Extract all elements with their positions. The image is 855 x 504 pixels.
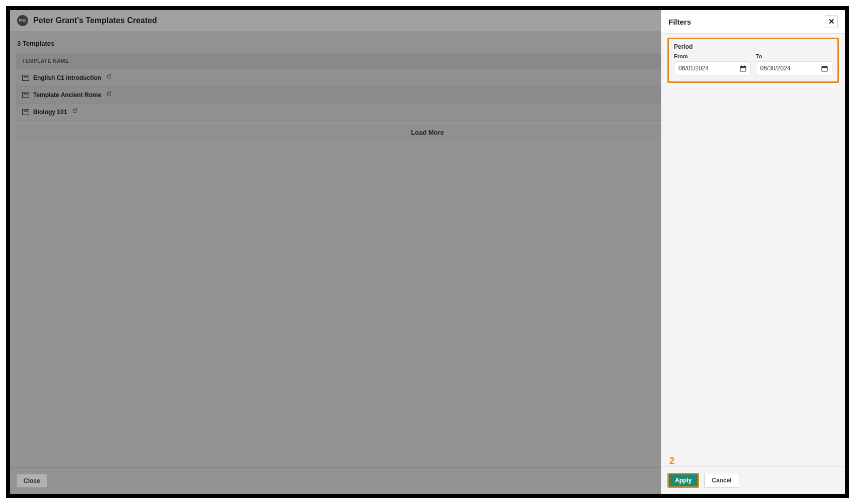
to-label: To bbox=[756, 53, 833, 59]
annotation-step-1: 1 bbox=[847, 59, 849, 69]
col-template-name[interactable]: TEMPLATE NAME bbox=[16, 53, 628, 69]
svg-rect-0 bbox=[23, 75, 29, 80]
calendar-icon bbox=[821, 65, 828, 72]
open-link-icon[interactable] bbox=[105, 73, 112, 82]
svg-rect-11 bbox=[822, 66, 827, 68]
avatar: PG bbox=[17, 15, 28, 26]
from-date-value: 06/01/2024 bbox=[678, 65, 709, 72]
template-name: English C1 introduction bbox=[33, 74, 101, 81]
to-date-input[interactable]: 06/30/2024 bbox=[756, 61, 833, 75]
annotation-step-2: 2 bbox=[669, 456, 674, 466]
filters-panel: Filters ✕ Period From 06/01/2024 bbox=[661, 10, 845, 494]
svg-rect-12 bbox=[823, 65, 823, 67]
from-date-input[interactable]: 06/01/2024 bbox=[674, 61, 751, 75]
template-name: Biology 101 bbox=[33, 109, 67, 116]
apply-button[interactable]: Apply bbox=[667, 473, 699, 488]
close-button[interactable]: Close bbox=[16, 474, 48, 488]
period-filter: Period From 06/01/2024 bbox=[667, 38, 839, 83]
template-icon bbox=[22, 75, 29, 81]
svg-rect-9 bbox=[744, 65, 744, 67]
filters-title: Filters bbox=[668, 18, 691, 26]
calendar-icon bbox=[740, 65, 746, 72]
template-icon bbox=[22, 92, 29, 98]
close-icon[interactable]: ✕ bbox=[825, 15, 838, 28]
svg-rect-7 bbox=[740, 66, 746, 68]
svg-rect-13 bbox=[826, 65, 826, 67]
svg-rect-4 bbox=[23, 109, 29, 115]
template-name: Template Ancient Rome bbox=[33, 91, 101, 98]
open-link-icon[interactable] bbox=[71, 108, 78, 116]
svg-rect-8 bbox=[741, 65, 742, 67]
template-icon bbox=[22, 109, 29, 115]
open-link-icon[interactable] bbox=[105, 90, 112, 99]
from-label: From bbox=[674, 53, 751, 59]
svg-rect-3 bbox=[24, 93, 28, 94]
to-date-value: 06/30/2024 bbox=[760, 65, 791, 72]
cancel-button[interactable]: Cancel bbox=[704, 473, 739, 488]
svg-rect-5 bbox=[24, 111, 28, 112]
svg-rect-1 bbox=[24, 76, 28, 77]
period-label: Period bbox=[674, 43, 832, 50]
svg-rect-2 bbox=[23, 92, 29, 97]
page-title: Peter Grant's Templates Created bbox=[33, 16, 157, 25]
